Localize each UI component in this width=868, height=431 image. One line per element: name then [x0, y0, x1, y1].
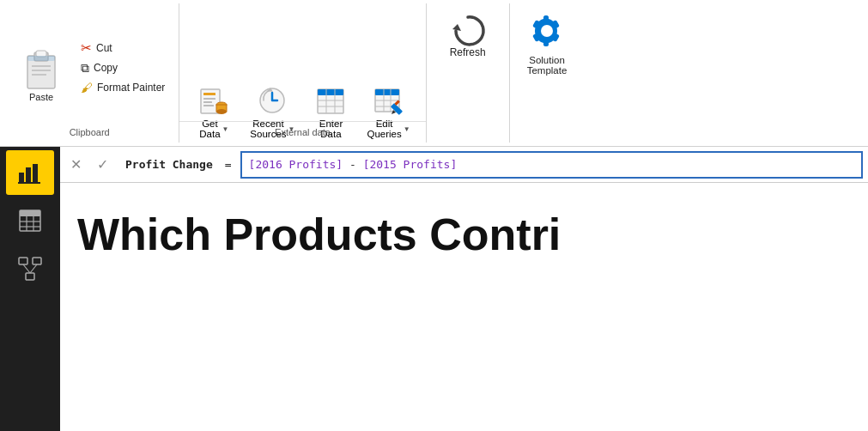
svg-point-33 — [541, 25, 553, 37]
formula-bracket-close-2: ] — [450, 158, 457, 171]
clipboard-inner: Paste ✂ Cut ⧉ Copy 🖌 Format Painter — [7, 7, 172, 143]
solution-template-label: Solution Template — [527, 55, 568, 76]
refresh-group: Refresh — [427, 3, 510, 143]
svg-rect-39 — [20, 210, 40, 216]
paste-icon — [22, 47, 60, 92]
ribbon: Paste ✂ Cut ⧉ Copy 🖌 Format Painter — [0, 0, 868, 147]
clipboard-group-label: Clipboard — [70, 124, 110, 137]
bar-chart-icon — [16, 159, 44, 186]
sidebar — [0, 147, 60, 431]
format-painter-label: Format Painter — [97, 82, 165, 94]
svg-rect-24 — [375, 89, 399, 95]
sidebar-item-data[interactable] — [6, 198, 54, 243]
get-data-icon — [198, 86, 229, 118]
enter-data-icon — [315, 86, 346, 118]
svg-line-47 — [23, 264, 30, 273]
external-data-label: External data — [275, 127, 331, 137]
format-painter-button[interactable]: 🖌 Format Painter — [77, 79, 168, 96]
sidebar-item-report[interactable] — [6, 150, 54, 195]
svg-rect-45 — [33, 258, 41, 264]
svg-marker-32 — [452, 24, 461, 31]
svg-rect-44 — [19, 258, 27, 264]
format-painter-icon: 🖌 — [81, 81, 93, 94]
formula-field-name: Profit Change — [118, 158, 220, 171]
formula-text-2: 2015 Profits — [369, 158, 450, 171]
svg-rect-2 — [36, 51, 46, 57]
page-title: Which Products Contri — [77, 209, 561, 259]
cut-button[interactable]: ✂ Cut — [77, 39, 168, 58]
sidebar-item-model[interactable] — [6, 246, 54, 291]
svg-rect-35 — [26, 167, 31, 183]
cut-label: Cut — [96, 42, 112, 54]
svg-rect-18 — [318, 89, 343, 95]
copy-icon: ⧉ — [81, 61, 89, 76]
formula-content: [2016 Profits] - [2015 Profits] — [249, 158, 458, 171]
svg-rect-46 — [26, 273, 34, 280]
recent-sources-icon — [257, 86, 288, 118]
scissors-icon: ✂ — [81, 40, 92, 56]
refresh-button[interactable]: Refresh — [440, 7, 495, 62]
svg-rect-9 — [203, 98, 215, 100]
svg-point-14 — [216, 109, 227, 114]
main-area: ✕ ✓ Profit Change = [2016 Profits] - [20… — [0, 147, 868, 431]
clipboard-group: Paste ✂ Cut ⧉ Copy 🖌 Format Painter — [0, 3, 179, 143]
svg-rect-11 — [203, 105, 214, 106]
formula-bracket-close-1: ] — [336, 158, 343, 171]
svg-rect-6 — [27, 56, 55, 61]
formula-cancel-button[interactable]: ✕ — [65, 155, 87, 174]
table-icon — [18, 209, 42, 233]
schema-icon — [18, 257, 42, 281]
copy-label: Copy — [94, 62, 118, 74]
svg-line-48 — [30, 264, 37, 273]
svg-rect-36 — [33, 164, 38, 183]
copy-button[interactable]: ⧉ Copy — [77, 59, 168, 77]
svg-rect-10 — [203, 101, 212, 103]
formula-operator: - — [343, 158, 362, 171]
edit-queries-icon — [373, 86, 404, 118]
formula-input[interactable]: [2016 Profits] - [2015 Profits] — [240, 151, 863, 179]
svg-rect-8 — [203, 93, 215, 95]
solution-template-group: Solution Template — [510, 3, 585, 143]
formula-confirm-button[interactable]: ✓ — [92, 155, 113, 174]
paste-button[interactable]: Paste — [14, 44, 69, 106]
content-area: ✕ ✓ Profit Change = [2016 Profits] - [20… — [60, 147, 868, 431]
formula-text-1: 2016 Profits — [255, 158, 336, 171]
formula-equals: = — [225, 158, 232, 171]
solution-template-icon — [528, 12, 566, 55]
external-data-group: GetData ▼ RecentSources ▼ — [179, 3, 426, 143]
formula-bar: ✕ ✓ Profit Change = [2016 Profits] - [20… — [60, 147, 868, 183]
paste-section: Paste — [7, 7, 76, 143]
solution-template-button[interactable]: Solution Template — [519, 7, 576, 79]
clipboard-actions: ✂ Cut ⧉ Copy 🖌 Format Painter — [76, 7, 172, 143]
ribbon-toolbar: Paste ✂ Cut ⧉ Copy 🖌 Format Painter — [0, 0, 868, 146]
refresh-label: Refresh — [450, 46, 486, 58]
paste-label: Paste — [29, 92, 53, 102]
svg-rect-34 — [19, 173, 24, 183]
page-content: Which Products Contri — [60, 183, 868, 431]
